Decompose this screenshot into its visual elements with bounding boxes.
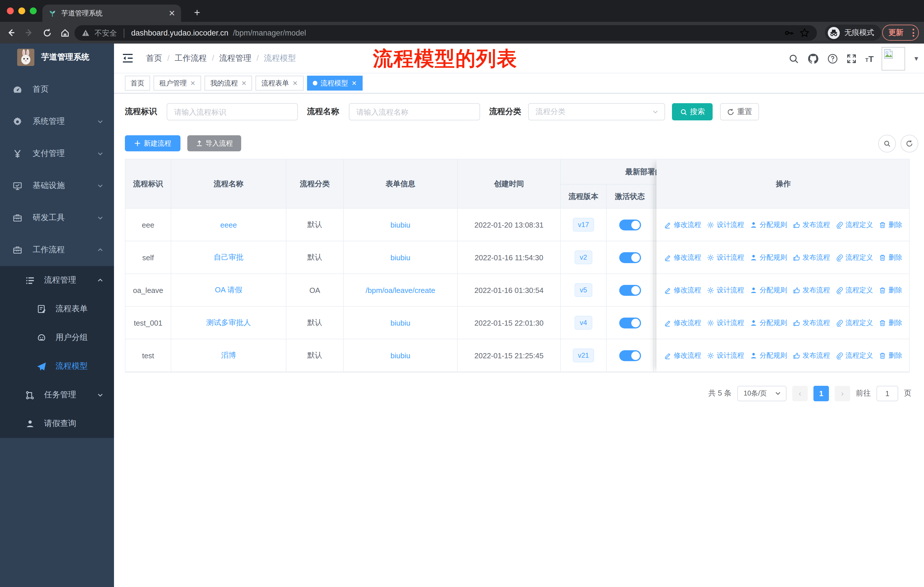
action-modify-link[interactable]: 修改流程 bbox=[664, 285, 701, 295]
tag-close-icon[interactable]: ✕ bbox=[292, 79, 298, 87]
active-toggle[interactable] bbox=[619, 252, 641, 263]
browser-menu-icon[interactable] bbox=[912, 29, 914, 37]
tag-process-model-active[interactable]: 流程模型 ✕ bbox=[307, 76, 362, 91]
action-assign-rule-link[interactable]: 分配规则 bbox=[750, 351, 787, 360]
breadcrumb-home[interactable]: 首页 bbox=[146, 53, 162, 63]
action-modify-link[interactable]: 修改流程 bbox=[664, 351, 701, 360]
action-modify-link[interactable]: 修改流程 bbox=[664, 318, 701, 327]
tag-my-process[interactable]: 我的流程 ✕ bbox=[205, 76, 252, 91]
action-design-link[interactable]: 设计流程 bbox=[707, 318, 744, 327]
process-name-link[interactable]: OA 请假 bbox=[215, 285, 242, 295]
action-design-link[interactable]: 设计流程 bbox=[707, 220, 744, 230]
form-info-link[interactable]: biubiu bbox=[390, 351, 410, 360]
action-design-link[interactable]: 设计流程 bbox=[707, 351, 744, 360]
browser-update-button[interactable]: 更新 bbox=[882, 25, 919, 41]
action-modify-link[interactable]: 修改流程 bbox=[664, 253, 701, 262]
browser-tab[interactable]: 芋道管理系统 ✕ bbox=[42, 5, 181, 22]
process-name-link[interactable]: eeee bbox=[220, 220, 237, 229]
sidebar-fold-icon[interactable] bbox=[122, 53, 134, 63]
sidebar-item-leave-query[interactable]: 请假查询 bbox=[0, 409, 114, 438]
category-select[interactable]: 流程分类 bbox=[528, 103, 665, 121]
action-definition-link[interactable]: 流程定义 bbox=[836, 318, 873, 327]
sidebar-item-system[interactable]: 系统管理 bbox=[0, 106, 114, 137]
tag-tenant[interactable]: 租户管理 ✕ bbox=[153, 76, 201, 91]
process-name-link[interactable]: 自己审批 bbox=[214, 252, 243, 263]
key-icon[interactable] bbox=[784, 28, 795, 38]
action-delete-link[interactable]: 删除 bbox=[879, 318, 902, 327]
action-publish-link[interactable]: 发布流程 bbox=[793, 220, 830, 230]
action-assign-rule-link[interactable]: 分配规则 bbox=[750, 285, 787, 295]
action-publish-link[interactable]: 发布流程 bbox=[793, 285, 830, 295]
sidebar-item-user-group[interactable]: 用户分组 bbox=[0, 323, 114, 352]
search-icon[interactable] bbox=[789, 53, 799, 64]
create-process-button[interactable]: 新建流程 bbox=[125, 135, 180, 151]
process-name-link[interactable]: 测试多审批人 bbox=[206, 317, 251, 328]
prev-page-button[interactable]: ‹ bbox=[792, 385, 808, 401]
avatar-caret-icon[interactable]: ▼ bbox=[913, 55, 919, 62]
action-definition-link[interactable]: 流程定义 bbox=[836, 285, 873, 295]
tag-process-form[interactable]: 流程表单 ✕ bbox=[256, 76, 303, 91]
sidebar-item-process-model[interactable]: 流程模型 bbox=[0, 352, 114, 380]
sidebar-item-process-management[interactable]: 流程管理 bbox=[0, 266, 114, 294]
search-button[interactable]: 搜索 bbox=[672, 103, 713, 121]
tag-close-icon[interactable]: ✕ bbox=[190, 79, 195, 87]
reload-icon[interactable] bbox=[42, 28, 52, 38]
home-icon[interactable] bbox=[60, 28, 70, 38]
tag-close-icon[interactable]: ✕ bbox=[241, 79, 246, 87]
form-info-link[interactable]: biubiu bbox=[390, 318, 410, 327]
github-icon[interactable] bbox=[807, 53, 820, 64]
active-toggle[interactable] bbox=[619, 350, 641, 361]
next-page-button[interactable]: › bbox=[835, 385, 850, 401]
action-design-link[interactable]: 设计流程 bbox=[707, 285, 744, 295]
action-publish-link[interactable]: 发布流程 bbox=[793, 253, 830, 262]
action-design-link[interactable]: 设计流程 bbox=[707, 253, 744, 262]
tab-close-icon[interactable]: ✕ bbox=[169, 8, 175, 18]
action-delete-link[interactable]: 删除 bbox=[879, 285, 902, 295]
maximize-window-button[interactable] bbox=[30, 7, 37, 14]
table-refresh-button[interactable] bbox=[901, 135, 918, 152]
bookmark-star-icon[interactable] bbox=[799, 28, 810, 38]
help-icon[interactable] bbox=[827, 53, 838, 64]
form-info-link[interactable]: biubiu bbox=[390, 220, 410, 229]
tag-home[interactable]: 首页 bbox=[125, 76, 150, 91]
sidebar-item-payment[interactable]: 支付管理 bbox=[0, 137, 114, 170]
active-toggle[interactable] bbox=[619, 317, 641, 328]
reset-button[interactable]: 重置 bbox=[720, 103, 759, 121]
import-process-button[interactable]: 导入流程 bbox=[187, 135, 241, 151]
user-avatar[interactable] bbox=[882, 47, 905, 70]
action-assign-rule-link[interactable]: 分配规则 bbox=[750, 253, 787, 262]
sidebar-item-workflow[interactable]: 工作流程 bbox=[0, 234, 114, 266]
active-toggle[interactable] bbox=[619, 284, 641, 296]
sidebar-item-infrastructure[interactable]: 基础设施 bbox=[0, 170, 114, 202]
action-definition-link[interactable]: 流程定义 bbox=[836, 253, 873, 262]
action-delete-link[interactable]: 删除 bbox=[879, 351, 902, 360]
new-tab-button[interactable]: + bbox=[189, 5, 205, 21]
font-size-icon[interactable]: TT bbox=[865, 54, 874, 63]
breadcrumb-process-management[interactable]: 流程管理 bbox=[207, 53, 251, 63]
sidebar-item-devtools[interactable]: 研发工具 bbox=[0, 202, 114, 234]
form-info-link[interactable]: /bpm/oa/leave/create bbox=[366, 286, 436, 294]
goto-page-input[interactable] bbox=[876, 385, 898, 401]
page-size-select[interactable]: 10条/页 bbox=[737, 385, 787, 401]
address-bar[interactable]: 不安全 dashboard.yudao.iocoder.cn/bpm/manag… bbox=[74, 25, 817, 41]
action-definition-link[interactable]: 流程定义 bbox=[836, 220, 873, 230]
active-toggle[interactable] bbox=[619, 219, 641, 230]
action-publish-link[interactable]: 发布流程 bbox=[793, 318, 830, 327]
sidebar-item-task-management[interactable]: 任务管理 bbox=[0, 380, 114, 409]
action-delete-link[interactable]: 删除 bbox=[879, 253, 902, 262]
sidebar-item-process-form[interactable]: 流程表单 bbox=[0, 294, 114, 323]
breadcrumb-workflow[interactable]: 工作流程 bbox=[162, 53, 207, 63]
table-search-toggle-button[interactable] bbox=[878, 135, 896, 152]
tag-close-icon[interactable]: ✕ bbox=[351, 79, 356, 87]
action-publish-link[interactable]: 发布流程 bbox=[793, 351, 830, 360]
page-1-button[interactable]: 1 bbox=[813, 385, 829, 401]
process-name-input[interactable] bbox=[349, 103, 480, 121]
close-window-button[interactable] bbox=[7, 7, 14, 14]
back-icon[interactable] bbox=[6, 28, 16, 38]
process-key-input[interactable] bbox=[167, 103, 298, 121]
minimize-window-button[interactable] bbox=[18, 7, 25, 14]
form-info-link[interactable]: biubiu bbox=[390, 253, 410, 262]
action-assign-rule-link[interactable]: 分配规则 bbox=[750, 318, 787, 327]
action-assign-rule-link[interactable]: 分配规则 bbox=[750, 220, 787, 230]
fullscreen-icon[interactable] bbox=[846, 53, 857, 64]
